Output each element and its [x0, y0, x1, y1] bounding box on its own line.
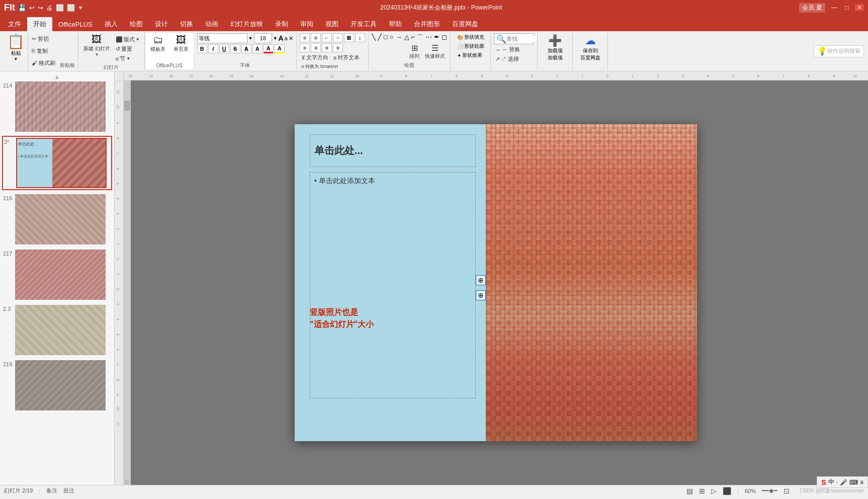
align-right-btn[interactable]: ≡	[322, 43, 332, 52]
tab-insert[interactable]: 插入	[99, 17, 124, 31]
ime-keyboard[interactable]: ⌨	[849, 479, 858, 486]
slide-thumb-2sq[interactable]: 2² 单击此处... • 单击此处添加文本	[2, 136, 112, 190]
font-increase-btn[interactable]: A	[279, 34, 284, 42]
slide-thumb-216[interactable]: 216	[2, 193, 112, 245]
tab-dev[interactable]: 开发工具	[344, 17, 383, 31]
zoom-slider[interactable]: ━━◉━	[762, 487, 777, 494]
shape-eraser[interactable]: ◻	[442, 33, 447, 42]
line-spacing-btn[interactable]: ↕	[355, 33, 365, 42]
comments-btn[interactable]: 批注	[63, 487, 74, 494]
new-slide-button[interactable]: 🖼 新建 幻灯片 ▼	[81, 33, 112, 58]
baidu-save-btn[interactable]: ☁ 保存到 百度网盘	[576, 33, 604, 62]
shape-effects-btn[interactable]: ✦形状效果	[456, 51, 486, 59]
slide-thumb-217[interactable]: 217	[2, 248, 112, 301]
shape-curve[interactable]: ⌒	[417, 33, 423, 42]
view-sorter-btn[interactable]: ⊞	[699, 487, 705, 495]
indent-less-btn[interactable]: ←	[322, 33, 332, 42]
tab-baidu[interactable]: 百度网盘	[446, 17, 484, 31]
italic-button[interactable]: I	[208, 44, 218, 53]
ime-dot[interactable]: ·	[836, 479, 838, 486]
ime-mic[interactable]: 🎤	[840, 479, 847, 486]
tab-officeplus[interactable]: OfficePLUS	[52, 17, 99, 31]
cut-button[interactable]: ✂ 剪切	[30, 35, 57, 43]
columns-btn[interactable]: ⊞	[344, 33, 354, 42]
qa-extra1[interactable]: ⬜	[56, 4, 64, 12]
shape-arrow[interactable]: →	[396, 33, 402, 42]
view-slideshow-btn[interactable]: ⬛	[723, 487, 731, 495]
add-addins-btn[interactable]: ➕ 加载项 加载项	[544, 33, 567, 62]
search-input[interactable]	[506, 36, 537, 42]
shape-triangle[interactable]: △	[404, 33, 409, 42]
tab-record[interactable]: 录制	[269, 17, 294, 31]
font-name-dropdown[interactable]: ▼	[248, 36, 253, 41]
shape-brace[interactable]: ⌐	[411, 33, 415, 42]
indent-more-btn[interactable]: →	[333, 33, 343, 42]
arrange-btn[interactable]: ⊞ 排列	[407, 42, 422, 61]
tab-view[interactable]: 视图	[319, 17, 344, 31]
shape-more[interactable]: ⋯	[425, 33, 432, 42]
font-decrease-btn[interactable]: a	[285, 35, 288, 41]
redo-icon[interactable]: ↪	[38, 4, 43, 12]
close-btn[interactable]: ✕	[855, 4, 864, 11]
font-color-btn[interactable]: A	[264, 44, 274, 53]
align-text-btn[interactable]: ≡对齐文本	[332, 53, 361, 62]
strikethrough-button[interactable]: S	[230, 44, 240, 53]
help-search-bar[interactable]: 💡 操作说明搜索	[814, 45, 864, 57]
tab-design[interactable]: 设计	[149, 17, 174, 31]
smartart-btn[interactable]: ⧈转换为 SmartArt	[300, 63, 339, 70]
text-direction-btn[interactable]: ⊻文字方向	[300, 53, 330, 62]
qa-extra2[interactable]: ⬜	[67, 4, 75, 12]
select-btn[interactable]: ↗↗ 选择	[494, 55, 534, 63]
tab-review[interactable]: 审阅	[294, 17, 319, 31]
shape-line2[interactable]: ╱	[378, 33, 382, 42]
bullets-btn[interactable]: ≡	[300, 33, 310, 42]
view-reading-btn[interactable]: ▷	[711, 487, 717, 495]
rotate-handle-2[interactable]: ⊕	[476, 290, 486, 300]
underline-button[interactable]: U	[219, 44, 229, 53]
reset-button[interactable]: ↺ 重置	[114, 45, 141, 53]
align-left-btn[interactable]: ≡	[300, 43, 310, 52]
char-spacing-btn[interactable]: A	[252, 44, 263, 53]
slide-thumb-23[interactable]: 2.3	[2, 304, 112, 356]
rotate-handle-1[interactable]: ⊕	[476, 275, 486, 285]
quick-save-icon[interactable]: 💾	[18, 4, 26, 12]
slide-thumb-214[interactable]: 214	[2, 80, 112, 133]
highlight-btn[interactable]: A	[275, 44, 285, 53]
ime-chinese[interactable]: 中	[828, 478, 834, 486]
find-search-bar[interactable]: 🔍	[494, 33, 534, 44]
numbering-btn[interactable]: ≡	[311, 33, 321, 42]
fit-window-btn[interactable]: ⊡	[784, 487, 790, 495]
vertical-scroll[interactable]: □	[124, 80, 131, 485]
copy-button[interactable]: ⎘ 复制	[30, 47, 57, 55]
tab-merge-shapes[interactable]: 合并图形	[408, 17, 446, 31]
slide-photo[interactable]	[486, 124, 697, 441]
maximize-btn[interactable]: □	[843, 4, 851, 11]
shape-circle[interactable]: ○	[390, 33, 394, 42]
slide-canvas[interactable]: □ 单击此处... • 单击此处添加文本	[124, 80, 868, 485]
font-size-input[interactable]	[254, 33, 272, 43]
shadow-button[interactable]: A	[241, 44, 251, 53]
slide-title-box[interactable]: 单击此处...	[310, 134, 476, 167]
tab-slideshow[interactable]: 幻灯片放映	[224, 17, 269, 31]
shape-line[interactable]: ╲	[372, 33, 376, 42]
undo-icon[interactable]: ↩	[29, 4, 35, 12]
format-painter-button[interactable]: 🖌 格式刷	[30, 59, 57, 67]
justify-btn[interactable]: ≡	[333, 43, 343, 52]
qa-dropdown[interactable]: ▼	[78, 5, 83, 11]
notes-btn[interactable]: 备注	[46, 487, 57, 494]
ime-menu[interactable]: ≡	[860, 479, 863, 486]
print-icon[interactable]: 🖨	[46, 4, 53, 12]
tab-animations[interactable]: 动画	[199, 17, 224, 31]
user-label[interactable]: 会员 夏	[799, 3, 825, 13]
section-button[interactable]: ≡ 节 ▼	[114, 54, 141, 63]
template-button[interactable]: 🗂 模板库	[148, 34, 167, 54]
clear-format-btn[interactable]: ✕	[289, 35, 293, 42]
font-size-dropdown[interactable]: ▼	[273, 36, 278, 41]
minimize-btn[interactable]: —	[829, 4, 839, 11]
bold-button[interactable]: B	[197, 44, 207, 53]
tab-draw[interactable]: 绘图	[124, 17, 149, 31]
shape-pen[interactable]: ✒	[434, 33, 440, 42]
shape-outline-btn[interactable]: ⬜形状轮廓	[456, 42, 486, 50]
tab-help[interactable]: 帮助	[383, 17, 408, 31]
slide-thumb-219[interactable]: 219	[2, 359, 112, 411]
